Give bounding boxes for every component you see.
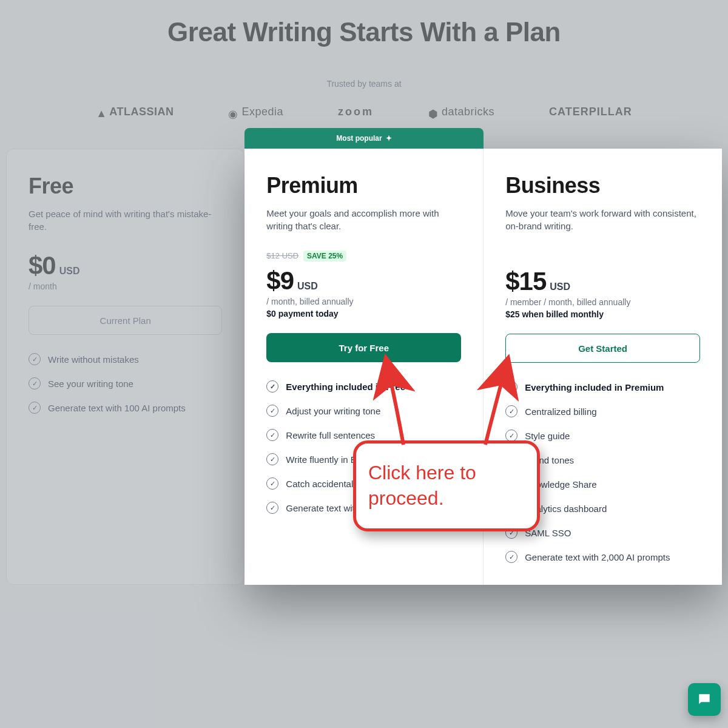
- expedia-icon: ◉: [228, 107, 238, 117]
- feature-item: ✓See your writing tone: [29, 377, 222, 389]
- check-icon: ✓: [29, 377, 41, 389]
- plan-business-currency: USD: [550, 281, 570, 292]
- feature-item: ✓Centralized billing: [505, 405, 700, 417]
- plan-premium-description: Meet your goals and accomplish more with…: [266, 207, 461, 232]
- check-icon: ✓: [266, 477, 278, 490]
- trusted-by-label: Trusted by teams at: [0, 79, 728, 89]
- feature-text: Everything included in Premium: [525, 382, 664, 393]
- plan-business-price: $15: [505, 267, 546, 296]
- most-popular-badge: Most popular ✦: [244, 128, 483, 149]
- feature-item: ✓Rewrite full sentences: [266, 429, 461, 441]
- chat-widget-button[interactable]: [688, 683, 721, 716]
- plan-free-feature-list: ✓Write without mistakes ✓See your writin…: [29, 353, 222, 414]
- get-started-button[interactable]: Get Started: [505, 334, 700, 363]
- logo-zoom: zoom: [338, 106, 374, 118]
- try-for-free-button[interactable]: Try for Free: [266, 333, 461, 362]
- annotation-callout: Click here to proceed.: [353, 440, 540, 531]
- plan-business-billing: / member / month, billed annually: [505, 297, 700, 307]
- check-icon: ✓: [505, 405, 517, 417]
- current-plan-button: Current Plan: [29, 306, 222, 335]
- check-icon: ✓: [505, 381, 517, 393]
- plan-premium-billing: / month, billed annually: [266, 297, 461, 306]
- badge-label: Most popular: [336, 134, 382, 143]
- plan-free-column: Free Get peace of mind with writing that…: [6, 149, 244, 585]
- feature-text: Style guide: [525, 431, 570, 441]
- plan-premium-price: $9: [266, 266, 294, 295]
- feature-text: Write without mistakes: [48, 354, 139, 365]
- plan-free-card: Free Get peace of mind with writing that…: [6, 149, 244, 585]
- plan-business-subnote: $25 when billed monthly: [505, 309, 700, 319]
- plan-free-title: Free: [29, 174, 222, 199]
- feature-text: Generate text with 2,000 AI prompts: [525, 552, 670, 562]
- plan-premium-save-badge: SAVE 25%: [303, 251, 346, 261]
- plan-premium-subnote: $0 payment today: [266, 309, 461, 318]
- plan-business-description: Move your team's work forward with consi…: [505, 207, 700, 232]
- check-icon: ✓: [505, 551, 517, 563]
- feature-text: See your writing tone: [48, 379, 133, 389]
- logo-databricks: ⬢ databricks: [428, 106, 494, 118]
- feature-item-lead: ✓Everything included in Free: [266, 380, 461, 393]
- feature-text: Generate text with 100 AI prompts: [48, 403, 186, 413]
- databricks-icon: ⬢: [428, 107, 438, 117]
- plan-free-price: $0: [29, 251, 56, 280]
- check-icon: ✓: [29, 402, 41, 414]
- check-icon: ✓: [266, 453, 278, 465]
- feature-text: Adjust your writing tone: [286, 406, 380, 416]
- feature-text: Everything included in Free: [286, 382, 405, 392]
- plan-free-currency: USD: [59, 266, 80, 277]
- chat-icon: [696, 692, 712, 707]
- plan-free-description: Get peace of mind with writing that's mi…: [29, 207, 222, 233]
- atlassian-icon: ▲: [96, 107, 106, 117]
- plan-free-billing: / month: [29, 281, 222, 291]
- logo-atlassian: ▲ ATLASSIAN: [96, 106, 174, 118]
- feature-item: ✓Style guide: [505, 430, 700, 442]
- plan-premium-currency: USD: [297, 281, 318, 292]
- plan-business-title: Business: [505, 173, 700, 198]
- page-heading: Great Writing Starts With a Plan: [0, 17, 728, 47]
- feature-text: Centralized billing: [525, 406, 596, 417]
- logo-text: Expedia: [241, 106, 283, 118]
- plan-premium-title: Premium: [266, 173, 461, 198]
- trusted-logos-row: ▲ ATLASSIAN ◉ Expedia zoom ⬢ databricks …: [0, 106, 728, 118]
- logo-expedia: ◉ Expedia: [228, 106, 283, 118]
- feature-item: ✓Adjust your writing tone: [266, 405, 461, 417]
- plan-premium-original-price: $12 USD: [266, 251, 298, 260]
- logo-text: ATLASSIAN: [109, 106, 174, 118]
- feature-item: ✓SAML SSO: [505, 527, 700, 539]
- check-icon: ✓: [266, 405, 278, 417]
- check-icon: ✓: [266, 380, 278, 393]
- logo-text: databricks: [442, 106, 494, 118]
- feature-text: Rewrite full sentences: [286, 430, 375, 440]
- feature-item-lead: ✓Everything included in Premium: [505, 381, 700, 393]
- logo-caterpillar: CATERPILLAR: [549, 106, 632, 118]
- sparkle-icon: ✦: [386, 134, 392, 143]
- check-icon: ✓: [266, 502, 278, 514]
- annotation-text: Click here to proceed.: [368, 460, 525, 511]
- check-icon: ✓: [29, 353, 41, 365]
- feature-item: ✓Generate text with 2,000 AI prompts: [505, 551, 700, 563]
- feature-item: ✓Generate text with 100 AI prompts: [29, 402, 222, 414]
- check-icon: ✓: [266, 429, 278, 441]
- check-icon: ✓: [505, 430, 517, 442]
- feature-item: ✓Write without mistakes: [29, 353, 222, 365]
